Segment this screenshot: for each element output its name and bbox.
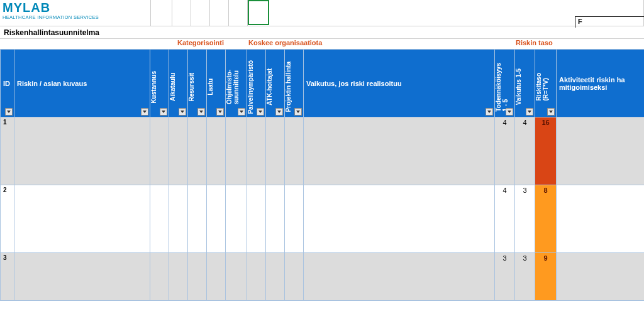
group-kategorisointi: Kategorisointi (177, 39, 224, 46)
col-vaik15[interactable]: Vaikutus 1-5 (515, 50, 535, 117)
col-id-label: ID (3, 80, 10, 87)
cell-palvelin[interactable] (247, 117, 266, 185)
corner-letter: F (575, 16, 644, 28)
col-projhal[interactable]: Projektin hallinta (285, 50, 304, 117)
cell-todenn[interactable]: 4 (495, 117, 515, 185)
cell-vaik[interactable]: 4 (515, 117, 535, 185)
filter-icon[interactable] (294, 108, 302, 116)
cell-projhal[interactable] (285, 185, 304, 253)
cell-aikataulu[interactable] (169, 253, 188, 301)
filter-icon[interactable] (197, 108, 205, 116)
selected-cell[interactable] (248, 0, 269, 25)
cell-vaikutus[interactable] (304, 185, 495, 253)
col-resurssit-label: Resurssit (188, 64, 206, 102)
risk-table-body: 1441624383339 (1, 117, 645, 301)
filter-icon[interactable] (275, 108, 283, 116)
cell-vaikutus[interactable] (304, 253, 495, 301)
filter-icon[interactable] (506, 108, 513, 116)
group-koskee: Koskee organisaatiota (248, 39, 322, 46)
cell-ohjelmisto[interactable] (226, 253, 247, 301)
cell-atk[interactable] (266, 185, 285, 253)
table-row[interactable]: 2438 (1, 185, 645, 253)
col-id[interactable]: ID (1, 50, 14, 117)
grid-cell[interactable] (210, 0, 229, 26)
cell-resurssit[interactable] (188, 117, 207, 185)
filter-icon[interactable] (160, 108, 167, 116)
cell-aikataulu[interactable] (169, 185, 188, 253)
logo-sub: HEALTHCARE INFORMATION SERVICES (3, 14, 148, 20)
col-kuvaus-label: Riskin / asian kuvaus (17, 80, 87, 87)
filter-icon[interactable] (5, 108, 13, 116)
grid-cell[interactable] (172, 0, 191, 26)
cell-aikataulu[interactable] (169, 117, 188, 185)
col-vaik15-label: Vaikutus 1-5 (515, 60, 535, 105)
cell-kustannus[interactable] (150, 185, 169, 253)
col-riskitaso-label: Riskitaso (R=T*V) (535, 64, 556, 100)
filter-icon[interactable] (547, 108, 555, 116)
col-resurssit[interactable]: Resurssit (188, 50, 207, 117)
col-laatu[interactable]: Laatu (207, 50, 226, 117)
cell-id[interactable]: 2 (1, 185, 14, 253)
col-todenn[interactable]: Todennäköisyys 1 - 5 (495, 50, 515, 117)
cell-ohjelmisto[interactable] (226, 117, 247, 185)
col-palvelin[interactable]: Palvelinympäristö (247, 50, 266, 117)
col-riskitaso[interactable]: Riskitaso (R=T*V) (535, 50, 557, 117)
cell-aktiviteetit[interactable] (557, 185, 645, 253)
cell-vaikutus[interactable] (304, 117, 495, 185)
cell-riskitaso[interactable]: 8 (535, 185, 557, 253)
col-aktiviteetit[interactable]: Aktiviteetit riskin ha mitigoimiseksi (557, 50, 645, 117)
cell-vaik[interactable]: 3 (515, 185, 535, 253)
cell-kustannus[interactable] (150, 253, 169, 301)
logo-main: MYLAB (3, 1, 148, 14)
cell-resurssit[interactable] (188, 253, 207, 301)
cell-aktiviteetit[interactable] (557, 253, 645, 301)
risk-table: ID Riskin / asian kuvaus Kustannus Aikat… (0, 49, 644, 301)
col-atk[interactable]: ATK-hoitajat (266, 50, 285, 117)
cell-kuvaus[interactable] (14, 117, 150, 185)
filter-icon[interactable] (179, 108, 186, 116)
cell-vaik[interactable]: 3 (515, 253, 535, 301)
cell-projhal[interactable] (285, 253, 304, 301)
grid-cell[interactable] (191, 0, 210, 26)
table-row[interactable]: 3339 (1, 253, 645, 301)
cell-palvelin[interactable] (247, 185, 266, 253)
cell-riskitaso[interactable]: 9 (535, 253, 557, 301)
filter-icon[interactable] (486, 108, 493, 116)
col-kustannus[interactable]: Kustannus (150, 50, 169, 117)
cell-resurssit[interactable] (188, 185, 207, 253)
logo-cell: MYLAB HEALTHCARE INFORMATION SERVICES (0, 0, 151, 26)
filter-icon[interactable] (216, 108, 224, 116)
cell-laatu[interactable] (207, 117, 226, 185)
cell-id[interactable]: 1 (1, 117, 14, 185)
group-taso: Riskin taso (516, 39, 553, 46)
col-vaikutus[interactable]: Vaikutus, jos riski realisoituu (304, 50, 495, 117)
cell-ohjelmisto[interactable] (226, 185, 247, 253)
grid-cell[interactable] (151, 0, 172, 26)
cell-todenn[interactable]: 4 (495, 185, 515, 253)
cell-kuvaus[interactable] (14, 185, 150, 253)
cell-atk[interactable] (266, 253, 285, 301)
cell-aktiviteetit[interactable] (557, 117, 645, 185)
title-bar: Riskenhallintasuunnitelma (0, 26, 644, 39)
cell-laatu[interactable] (207, 185, 226, 253)
cell-id[interactable]: 3 (1, 253, 14, 301)
col-laatu-label: Laatu (207, 70, 225, 95)
col-aikataulu[interactable]: Aikataulu (169, 50, 188, 117)
grid-cell[interactable] (229, 0, 248, 26)
cell-laatu[interactable] (207, 253, 226, 301)
table-row[interactable]: 14416 (1, 117, 645, 185)
filter-icon[interactable] (141, 108, 148, 116)
cell-atk[interactable] (266, 117, 285, 185)
col-palvelin-label: Palvelinympäristö (247, 51, 265, 114)
cell-todenn[interactable]: 3 (495, 253, 515, 301)
cell-kuvaus[interactable] (14, 253, 150, 301)
filter-icon[interactable] (526, 108, 533, 116)
filter-icon[interactable] (257, 108, 264, 116)
filter-icon[interactable] (238, 108, 245, 116)
cell-riskitaso[interactable]: 16 (535, 117, 557, 185)
col-ohjelmisto[interactable]: Ohjelmisto- suunnittelu (226, 50, 247, 117)
col-kuvaus[interactable]: Riskin / asian kuvaus (14, 50, 150, 117)
cell-palvelin[interactable] (247, 253, 266, 301)
cell-kustannus[interactable] (150, 117, 169, 185)
cell-projhal[interactable] (285, 117, 304, 185)
